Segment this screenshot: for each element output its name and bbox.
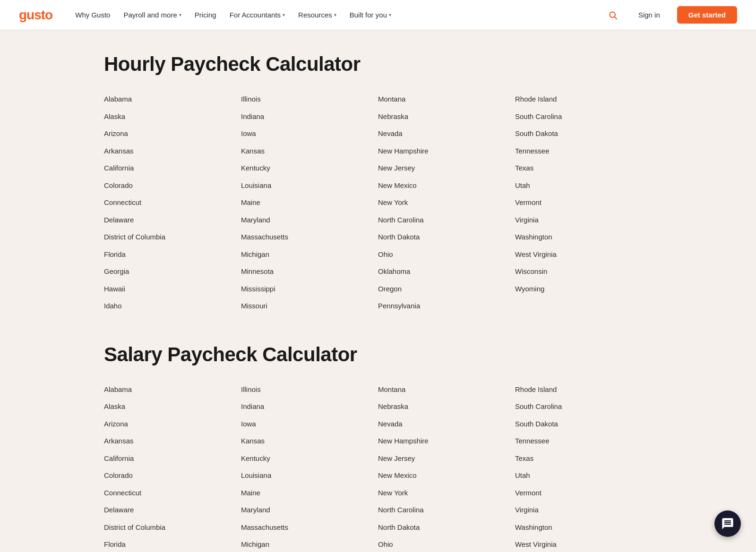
salary-state-west-virginia[interactable]: West Virginia	[515, 536, 652, 552]
hourly-state-wyoming[interactable]: Wyoming	[515, 280, 652, 298]
salary-state-tennessee[interactable]: Tennessee	[515, 433, 652, 450]
nav-link-resources[interactable]: Resources▾	[292, 7, 342, 23]
hourly-state-south-dakota[interactable]: South Dakota	[515, 125, 652, 143]
salary-state-north-carolina[interactable]: North Carolina	[378, 501, 515, 519]
chat-button[interactable]	[714, 510, 741, 537]
salary-state-north-dakota[interactable]: North Dakota	[378, 519, 515, 536]
salary-state-nevada[interactable]: Nevada	[378, 416, 515, 433]
hourly-state-idaho[interactable]: Idaho	[104, 297, 241, 315]
salary-state-new-jersey[interactable]: New Jersey	[378, 450, 515, 467]
salary-state-indiana[interactable]: Indiana	[241, 398, 378, 416]
hourly-state-new-york[interactable]: New York	[378, 194, 515, 212]
nav-link-payroll-and-more[interactable]: Payroll and more▾	[118, 7, 187, 23]
hourly-state-nebraska[interactable]: Nebraska	[378, 108, 515, 126]
salary-state-michigan[interactable]: Michigan	[241, 536, 378, 552]
hourly-state-florida[interactable]: Florida	[104, 246, 241, 263]
hourly-state-alaska[interactable]: Alaska	[104, 108, 241, 126]
salary-state-colorado[interactable]: Colorado	[104, 467, 241, 484]
salary-state-nebraska[interactable]: Nebraska	[378, 398, 515, 416]
hourly-state-vermont[interactable]: Vermont	[515, 194, 652, 212]
salary-state-kentucky[interactable]: Kentucky	[241, 450, 378, 467]
hourly-state-washington[interactable]: Washington	[515, 229, 652, 246]
salary-state-ohio[interactable]: Ohio	[378, 536, 515, 552]
logo[interactable]: gusto	[19, 8, 52, 23]
salary-state-arkansas[interactable]: Arkansas	[104, 433, 241, 450]
salary-state-massachusetts[interactable]: Massachusetts	[241, 519, 378, 536]
hourly-state-colorado[interactable]: Colorado	[104, 177, 241, 195]
salary-state-florida[interactable]: Florida	[104, 536, 241, 552]
hourly-state-north-carolina[interactable]: North Carolina	[378, 212, 515, 229]
hourly-state-utah[interactable]: Utah	[515, 177, 652, 195]
hourly-state-new-mexico[interactable]: New Mexico	[378, 177, 515, 195]
salary-state-south-dakota[interactable]: South Dakota	[515, 416, 652, 433]
salary-state-delaware[interactable]: Delaware	[104, 501, 241, 519]
hourly-state-west-virginia[interactable]: West Virginia	[515, 246, 652, 263]
hourly-state-new-jersey[interactable]: New Jersey	[378, 160, 515, 177]
salary-state-alaska[interactable]: Alaska	[104, 398, 241, 416]
hourly-state-rhode-island[interactable]: Rhode Island	[515, 91, 652, 108]
hourly-state-maine[interactable]: Maine	[241, 194, 378, 212]
hourly-state-oregon[interactable]: Oregon	[378, 280, 515, 298]
hourly-state-south-carolina[interactable]: South Carolina	[515, 108, 652, 126]
salary-state-kansas[interactable]: Kansas	[241, 433, 378, 450]
hourly-state-kansas[interactable]: Kansas	[241, 143, 378, 160]
hourly-state-california[interactable]: California	[104, 160, 241, 177]
salary-state-california[interactable]: California	[104, 450, 241, 467]
salary-state-connecticut[interactable]: Connecticut	[104, 484, 241, 502]
hourly-state-tennessee[interactable]: Tennessee	[515, 143, 652, 160]
hourly-state-arkansas[interactable]: Arkansas	[104, 143, 241, 160]
salary-state-alabama[interactable]: Alabama	[104, 381, 241, 399]
salary-state-new-york[interactable]: New York	[378, 484, 515, 502]
salary-state-virginia[interactable]: Virginia	[515, 501, 652, 519]
get-started-button[interactable]: Get started	[677, 6, 737, 24]
hourly-state-pennsylvania[interactable]: Pennsylvania	[378, 297, 515, 315]
salary-state-new-mexico[interactable]: New Mexico	[378, 467, 515, 484]
hourly-state-new-hampshire[interactable]: New Hampshire	[378, 143, 515, 160]
hourly-state-iowa[interactable]: Iowa	[241, 125, 378, 143]
salary-state-washington[interactable]: Washington	[515, 519, 652, 536]
hourly-state-kentucky[interactable]: Kentucky	[241, 160, 378, 177]
nav-link-why-gusto[interactable]: Why Gusto	[69, 7, 116, 23]
salary-state-iowa[interactable]: Iowa	[241, 416, 378, 433]
hourly-state-illinois[interactable]: Illinois	[241, 91, 378, 108]
hourly-state-delaware[interactable]: Delaware	[104, 212, 241, 229]
hourly-state-montana[interactable]: Montana	[378, 91, 515, 108]
salary-state-maryland[interactable]: Maryland	[241, 501, 378, 519]
salary-state-maine[interactable]: Maine	[241, 484, 378, 502]
hourly-state-georgia[interactable]: Georgia	[104, 263, 241, 280]
hourly-state-connecticut[interactable]: Connecticut	[104, 194, 241, 212]
salary-state-texas[interactable]: Texas	[515, 450, 652, 467]
hourly-state-indiana[interactable]: Indiana	[241, 108, 378, 126]
nav-link-pricing[interactable]: Pricing	[189, 7, 222, 23]
hourly-state-oklahoma[interactable]: Oklahoma	[378, 263, 515, 280]
salary-state-louisiana[interactable]: Louisiana	[241, 467, 378, 484]
hourly-state-arizona[interactable]: Arizona	[104, 125, 241, 143]
hourly-state-virginia[interactable]: Virginia	[515, 212, 652, 229]
salary-state-rhode-island[interactable]: Rhode Island	[515, 381, 652, 399]
hourly-state-wisconsin[interactable]: Wisconsin	[515, 263, 652, 280]
hourly-state-minnesota[interactable]: Minnesota	[241, 263, 378, 280]
salary-state-new-hampshire[interactable]: New Hampshire	[378, 433, 515, 450]
salary-state-illinois[interactable]: Illinois	[241, 381, 378, 399]
hourly-state-ohio[interactable]: Ohio	[378, 246, 515, 263]
nav-link-for-accountants[interactable]: For Accountants▾	[224, 7, 291, 23]
salary-state-arizona[interactable]: Arizona	[104, 416, 241, 433]
salary-state-vermont[interactable]: Vermont	[515, 484, 652, 502]
hourly-state-nevada[interactable]: Nevada	[378, 125, 515, 143]
hourly-state-district-of-columbia[interactable]: District of Columbia	[104, 229, 241, 246]
hourly-state-mississippi[interactable]: Mississippi	[241, 280, 378, 298]
hourly-state-missouri[interactable]: Missouri	[241, 297, 378, 315]
hourly-state-maryland[interactable]: Maryland	[241, 212, 378, 229]
salary-state-montana[interactable]: Montana	[378, 381, 515, 399]
sign-in-button[interactable]: Sign in	[629, 7, 670, 23]
hourly-state-hawaii[interactable]: Hawaii	[104, 280, 241, 298]
salary-state-district-of-columbia[interactable]: District of Columbia	[104, 519, 241, 536]
hourly-state-alabama[interactable]: Alabama	[104, 91, 241, 108]
hourly-state-michigan[interactable]: Michigan	[241, 246, 378, 263]
salary-state-south-carolina[interactable]: South Carolina	[515, 398, 652, 416]
hourly-state-texas[interactable]: Texas	[515, 160, 652, 177]
salary-state-utah[interactable]: Utah	[515, 467, 652, 484]
nav-link-built-for-you[interactable]: Built for you▾	[344, 7, 397, 23]
search-icon[interactable]	[604, 7, 621, 24]
hourly-state-louisiana[interactable]: Louisiana	[241, 177, 378, 195]
